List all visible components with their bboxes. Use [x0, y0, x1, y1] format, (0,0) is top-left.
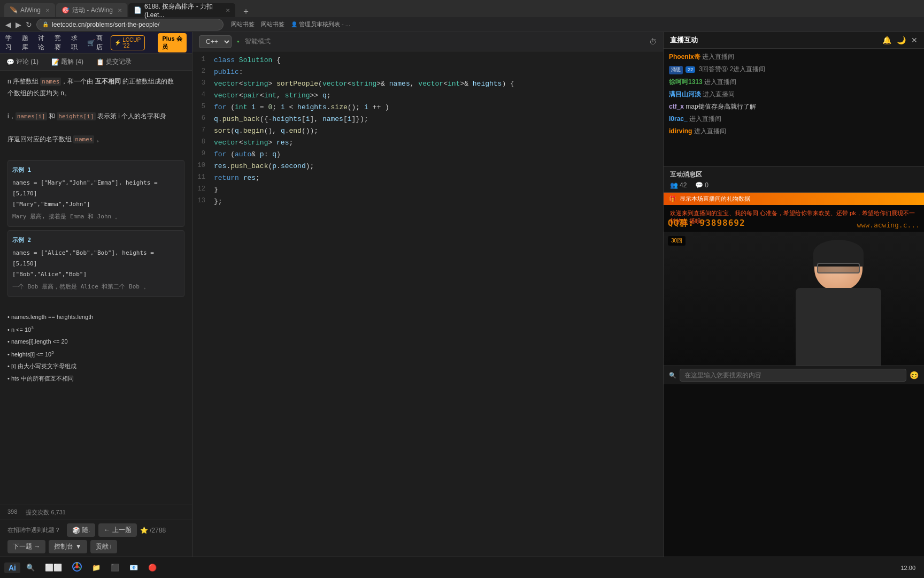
taskbar-task-view[interactable]: ⬜⬜: [41, 562, 66, 573]
line-num-10: 10: [192, 161, 214, 172]
page-number: ⭐ /2788: [140, 527, 166, 534]
code-line-12: 12 }: [192, 184, 663, 196]
plus-button[interactable]: Plus 会员: [158, 33, 187, 52]
desc-line-1: n 序整数组 names，和一个由 互不相同 的正整数组成的数: [7, 76, 184, 88]
line-num-5: 5: [192, 102, 214, 113]
lock-icon: 🔒: [42, 21, 49, 27]
constraint-3: • names[i].length <= 20: [7, 337, 184, 347]
close-stream-icon[interactable]: ✕: [911, 36, 918, 44]
code-editor[interactable]: 1 class Solution { 2 public: 3 vector<st…: [192, 51, 663, 557]
chat-action-3: 进入直播间: [704, 78, 736, 86]
problem-description: n 序整数组 names，和一个由 互不相同 的正整数组成的数 个数组的长度均为…: [0, 71, 192, 505]
tab-close-icon[interactable]: ✕: [45, 7, 50, 13]
example-2-output: ["Bob","Alice","Bob"]: [12, 269, 180, 280]
chat-input-area: 🔍 😊: [664, 366, 924, 384]
problem-tabs: 💬 评论 (1) 📝 题解 (4) 📋 提交记录: [0, 54, 192, 71]
bookmark-1[interactable]: 网站书签: [231, 20, 255, 28]
taskbar-red[interactable]: 🔴: [144, 562, 161, 573]
chat-name-3: 徐呵呵1313: [669, 78, 703, 86]
taskbar-chrome[interactable]: [68, 560, 86, 575]
bookmark-2[interactable]: 👤 管理员审核列表 - ...: [291, 20, 350, 28]
www-watermark: www.acwing.c...: [857, 221, 920, 229]
new-tab-button[interactable]: ＋: [238, 6, 253, 17]
tab-comments[interactable]: 💬 评论 (1): [0, 54, 45, 70]
example-1: 示例 1 names = ["Mary","John","Emma"], hei…: [7, 160, 184, 227]
line-num-12: 12: [192, 184, 214, 196]
tab-solutions[interactable]: 📝 题解 (4): [45, 54, 90, 70]
line-num-7: 7: [192, 125, 214, 137]
line-num-4: 4: [192, 90, 214, 102]
address-bar: ◀ ▶ ↻ 🔒 leetcode.cn/problems/sort-the-pe…: [0, 17, 924, 32]
line-num-9: 9: [192, 149, 214, 161]
submission-icon: 📋: [96, 58, 104, 66]
tab-submissions[interactable]: 📋 提交记录: [90, 54, 138, 70]
lccup-badge[interactable]: ⚡ LCCUP '22: [111, 35, 145, 50]
tab-label2: 活动 - AcWing: [72, 6, 113, 15]
problem-meta: 398 提交次数 6,731: [0, 505, 192, 520]
line-content-11: return res;: [214, 172, 260, 184]
taskbar-terminal[interactable]: ⬛: [106, 562, 124, 573]
comment-count: 💬 0: [695, 181, 709, 189]
taskbar-mail[interactable]: 📧: [125, 562, 142, 573]
example-1-input: names = ["Mary","John","Emma"], heights …: [12, 178, 180, 188]
code-line-8: 8 vector<string> res;: [192, 137, 663, 149]
jobs-nav[interactable]: 求职: [71, 34, 81, 52]
moon-icon[interactable]: 🌙: [897, 36, 906, 44]
line-content-8: vector<string> res;: [214, 137, 293, 149]
contest-nav[interactable]: 竞赛: [55, 34, 65, 52]
chat-item-1: Phoenix奇 进入直播间: [669, 52, 919, 62]
problem-footer: 在招聘中遇到此题？ 🎲 随. ← 上一题 ⭐ /2788 下一题 → 控制台 ▼…: [0, 520, 192, 557]
line-content-5: for (int i = 0; i < heights.size(); i ++…: [214, 102, 389, 113]
like-icon: 👥: [670, 181, 678, 189]
bell-icon[interactable]: 🔔: [882, 36, 891, 44]
line-content-12: }: [214, 184, 218, 196]
gift-banner: 🎁 显示本场直播间的礼物数据: [664, 193, 924, 205]
problems-nav[interactable]: 题库: [22, 34, 32, 52]
search-hint: 🔍: [669, 372, 676, 379]
timer-icon[interactable]: ⏱: [649, 37, 657, 46]
chat-action-5: map键值存身高就行了解: [686, 103, 756, 110]
line-content-7: sort(q.begin(), q.end());: [214, 125, 318, 137]
line-num-8: 8: [192, 137, 214, 149]
constraint-1: • names.length == heights.length: [7, 312, 184, 323]
left-panel: 学习 题库 讨论 竞赛 求职 🛒 商店 ⚡ LCCUP '22 Plus 会员 …: [0, 32, 192, 557]
stream-panel: 直播互动 🔔 🌙 ✕ Phoenix奇 进入直播间 涌思 22 3回答赞⑨ 2进…: [663, 32, 924, 557]
tab-close-icon3[interactable]: ✕: [226, 7, 230, 13]
contribute-button[interactable]: 贡献 i: [90, 540, 117, 553]
reload-button[interactable]: ↻: [26, 20, 32, 29]
solution-icon: 📝: [51, 58, 59, 66]
tab-close-icon2[interactable]: ✕: [118, 7, 122, 13]
chat-name-1: Phoenix奇: [669, 53, 700, 60]
store-nav[interactable]: 🛒 商店: [87, 34, 104, 52]
stream-controls: 🔔 🌙 ✕: [882, 36, 918, 44]
next-button[interactable]: 下一题 →: [7, 540, 45, 553]
taskbar-search[interactable]: 🔍: [22, 562, 39, 573]
back-button[interactable]: ◀: [5, 20, 11, 29]
chat-input[interactable]: [680, 369, 906, 382]
discuss-nav[interactable]: 讨论: [38, 34, 48, 52]
random-button[interactable]: 🎲 随.: [67, 523, 95, 537]
interaction-title: 互动消息区: [670, 170, 918, 179]
interaction-info: 互动消息区 👥 42 💬 0: [664, 166, 924, 193]
language-select[interactable]: C++: [199, 35, 232, 48]
tab-leetcode[interactable]: 📄 6188. 按身高排序 - 力扣 (Leet... ✕: [128, 3, 235, 17]
prev-button[interactable]: ← 上一题: [98, 523, 136, 537]
line-content-6: q.push_back({-heights[i], names[i]});: [214, 113, 368, 125]
tab-acwing[interactable]: 🎯 活动 - AcWing ✕: [56, 3, 127, 17]
address-input-container[interactable]: 🔒 leetcode.cn/problems/sort-the-people/: [36, 19, 224, 31]
learn-nav[interactable]: 学习: [5, 34, 16, 52]
taskbar-explorer[interactable]: 📁: [88, 562, 105, 573]
chat-item-6: l0rac_ 进入直播间: [669, 114, 919, 124]
line-num-11: 11: [192, 172, 214, 184]
qq-watermark: QQ群: 93898692: [668, 218, 745, 229]
taskbar-ai-button[interactable]: Ai: [4, 562, 20, 573]
emoji-icon[interactable]: 😊: [910, 371, 919, 379]
tab-aiwing[interactable]: 🪶 AiWing ✕: [4, 3, 55, 17]
console-button[interactable]: 控制台 ▼: [49, 540, 87, 553]
line-content-1: class Solution {: [214, 55, 281, 66]
line-num-6: 6: [192, 113, 214, 125]
forward-button[interactable]: ▶: [16, 20, 21, 29]
tab-label3: 6188. 按身高排序 - 力扣 (Leet...: [144, 2, 221, 19]
bookmark-sites: 网站书签: [261, 20, 284, 28]
code-line-11: 11 return res;: [192, 172, 663, 184]
